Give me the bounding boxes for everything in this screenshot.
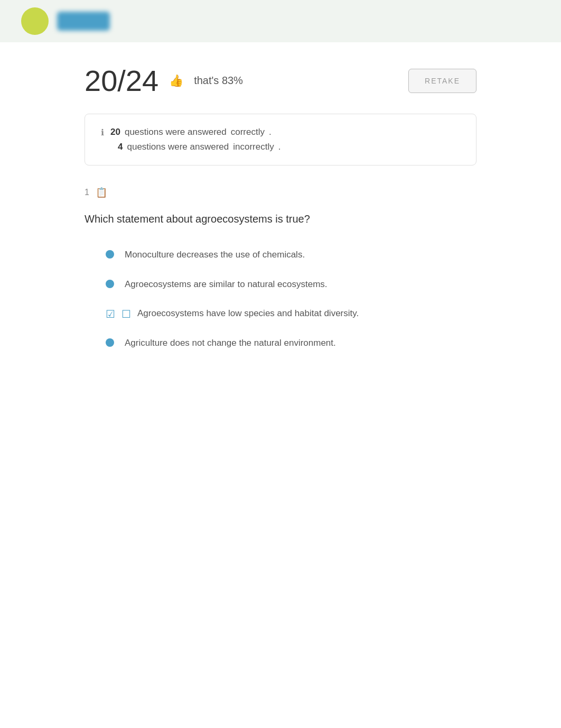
answer-option-c[interactable]: ☑ ☐ Agroecosystems have low species and …: [106, 307, 476, 320]
correct-result: correctly: [231, 127, 265, 137]
correct-count: 20: [110, 127, 120, 137]
x-icon: ☐: [121, 308, 131, 320]
answer-option-a[interactable]: Monoculture decreases the use of chemica…: [106, 248, 476, 262]
answer-text-c: Agroecosystems have low species and habi…: [137, 307, 359, 320]
question-text: Which statement about agroecosystems is …: [85, 211, 476, 227]
incorrect-dot: .: [278, 142, 281, 152]
answer-dot-a: [106, 250, 114, 259]
correct-dot: .: [269, 127, 272, 137]
check-icon: ☑: [106, 308, 115, 320]
answer-dot-d: [106, 338, 114, 347]
incorrect-count: 4: [118, 142, 123, 152]
header: [0, 0, 561, 42]
answer-text-b: Agroecosystems are similar to natural ec…: [125, 278, 328, 291]
score-left: 20/24 👍 that's 83%: [85, 63, 243, 98]
answer-options: Monoculture decreases the use of chemica…: [85, 248, 476, 350]
score-percent: that's 83%: [194, 75, 243, 87]
score-emoji: 👍: [169, 74, 183, 88]
incorrect-result: incorrectly: [233, 142, 274, 152]
correct-summary-row: ℹ 20 questions were answered correctly .: [101, 127, 460, 137]
logo-circle: [21, 7, 49, 35]
answer-text-d: Agriculture does not change the natural …: [125, 336, 336, 350]
question-number: 1: [85, 188, 89, 197]
correct-label: questions were answered: [125, 127, 227, 137]
summary-card: ℹ 20 questions were answered correctly .…: [85, 114, 476, 165]
incorrect-label: questions were answered: [127, 142, 229, 152]
score-display: 20/24: [85, 63, 158, 98]
answer-option-b[interactable]: Agroecosystems are similar to natural ec…: [106, 278, 476, 291]
retake-button[interactable]: RETAKE: [408, 69, 476, 93]
question-header: 1 📋: [85, 187, 476, 198]
answer-dot-b: [106, 280, 114, 288]
answer-text-a: Monoculture decreases the use of chemica…: [125, 248, 305, 262]
incorrect-summary-row: 4 questions were answered incorrectly .: [101, 142, 460, 152]
bookmark-icon: 📋: [96, 187, 107, 198]
answer-option-d[interactable]: Agriculture does not change the natural …: [106, 336, 476, 350]
summary-icon: ℹ: [101, 127, 104, 137]
logo-bar: [57, 12, 110, 31]
main-content: 20/24 👍 that's 83% RETAKE ℹ 20 questions…: [0, 42, 561, 371]
score-section: 20/24 👍 that's 83% RETAKE: [85, 63, 476, 98]
